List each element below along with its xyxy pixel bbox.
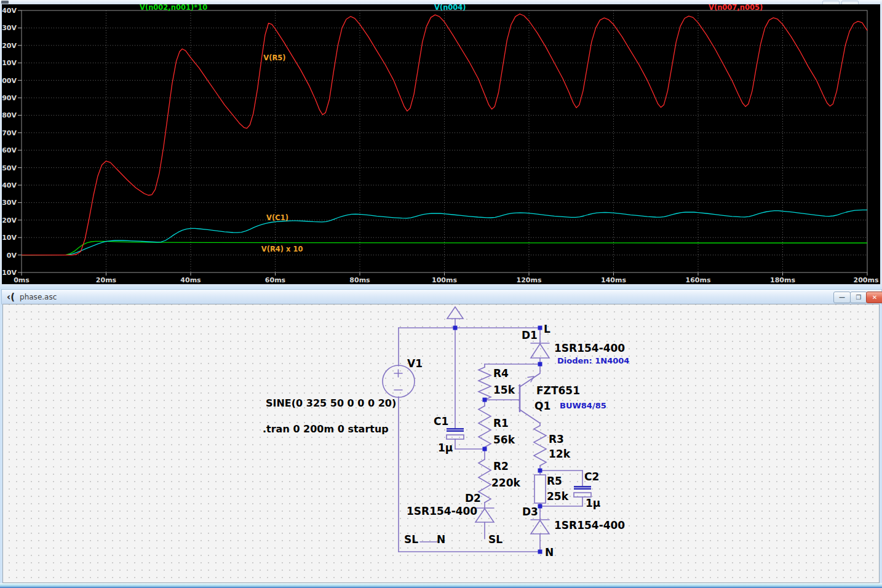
label-d2[interactable]: D2 xyxy=(465,492,481,504)
trace-label[interactable]: V(n004) xyxy=(434,4,466,12)
ltspice-app: 140V130V120V110V100V90V80V70V60V50V40V30… xyxy=(0,0,882,588)
x-tick-label: 140ms xyxy=(601,276,626,284)
y-tick-label: 70V xyxy=(2,129,17,137)
x-tick-label: 100ms xyxy=(432,276,457,284)
ltspice-schematic-icon: ‹( xyxy=(7,294,15,300)
trace-V(n002,n001)*10[interactable] xyxy=(22,241,867,255)
junction-node xyxy=(538,469,542,473)
x-tick-label: 120ms xyxy=(517,276,542,284)
waveform-window: 140V130V120V110V100V90V80V70V60V50V40V30… xyxy=(0,0,882,287)
x-tick-label: 180ms xyxy=(770,276,795,284)
y-tick-label: 10V xyxy=(2,234,17,242)
diode-symbol[interactable] xyxy=(475,509,494,522)
label-c1[interactable]: C1 xyxy=(434,415,448,427)
directive-tran[interactable]: .tran 0 200m 0 startup xyxy=(263,423,389,435)
plot-grid xyxy=(22,10,867,272)
x-tick-label: 160ms xyxy=(686,276,711,284)
plot-annotation[interactable]: V(R5) xyxy=(263,54,285,62)
y-tick-label: 80V xyxy=(2,111,17,119)
minimize-button[interactable]: — xyxy=(833,292,851,303)
junction-node xyxy=(453,326,458,330)
value-r5[interactable]: 25k xyxy=(547,490,568,503)
x-tick-label: 20ms xyxy=(96,276,117,284)
waveform-plot[interactable]: 140V130V120V110V100V90V80V70V60V50V40V30… xyxy=(2,4,880,284)
value-d1[interactable]: 1SR154-400 xyxy=(554,342,625,354)
directive-sine[interactable]: SINE(0 325 50 0 0 0 20) xyxy=(266,397,396,409)
y-tick-label: 90V xyxy=(2,94,17,102)
y-tick-label: 100V xyxy=(2,77,17,85)
label-d1[interactable]: D1 xyxy=(522,329,538,341)
y-tick-label: 0V xyxy=(7,252,17,260)
plot-annotation[interactable]: V(C1) xyxy=(266,213,288,222)
y-tick-label: 140V xyxy=(2,7,17,15)
y-tick-label: 30V xyxy=(2,199,17,207)
value-q1[interactable]: FZT651 xyxy=(536,384,580,397)
label-r2[interactable]: R2 xyxy=(493,460,509,472)
label-c2[interactable]: C2 xyxy=(584,471,599,483)
y-tick-label: 110V xyxy=(2,59,17,67)
junction-node xyxy=(483,447,487,451)
x-tick-label: 0ms xyxy=(14,276,30,284)
junction-node xyxy=(538,326,542,330)
node-label-l[interactable]: L xyxy=(544,323,550,335)
diode-symbol[interactable] xyxy=(531,344,549,358)
resistor-box-symbol[interactable] xyxy=(534,475,546,503)
app-icon xyxy=(1,1,9,4)
maximize-button[interactable]: ❒ xyxy=(850,292,867,303)
x-tick-label: 80ms xyxy=(349,276,370,284)
y-tick-label: 120V xyxy=(2,42,17,50)
plot-annotation[interactable]: V(R4) x 10 xyxy=(261,245,303,253)
plot-pane[interactable]: 140V130V120V110V100V90V80V70V60V50V40V30… xyxy=(2,4,880,284)
diode-symbol[interactable] xyxy=(531,520,549,534)
junction-node xyxy=(538,550,542,554)
value-r4[interactable]: 15k xyxy=(493,384,515,396)
node-label-n-left[interactable]: N xyxy=(437,533,445,546)
capacitor-plate-bottom[interactable] xyxy=(447,435,464,439)
label-q1[interactable]: Q1 xyxy=(534,400,550,412)
comment-buw[interactable]: BUW84/85 xyxy=(560,401,606,410)
value-d2[interactable]: 1SR154-400 xyxy=(407,505,477,517)
x-tick-label: 40ms xyxy=(180,276,201,284)
node-label-sl-left[interactable]: SL xyxy=(404,533,418,546)
value-r2[interactable]: 220k xyxy=(491,477,520,489)
flag-triangle-symbol[interactable] xyxy=(447,307,463,319)
value-c1[interactable]: 1µ xyxy=(438,442,453,454)
schematic-title: phase.asc xyxy=(20,293,57,301)
schematic-titlebar[interactable]: ‹( phase.asc — ❒ ✕ xyxy=(1,289,882,304)
junction-node xyxy=(538,362,542,367)
y-tick-label: 60V xyxy=(2,146,17,154)
node-label-sl-d2[interactable]: SL xyxy=(488,533,503,546)
label-r5[interactable]: R5 xyxy=(547,475,562,487)
label-r4[interactable]: R4 xyxy=(493,367,509,379)
label-v1[interactable]: V1 xyxy=(407,357,423,370)
resistor-symbol[interactable] xyxy=(479,367,491,400)
value-c2[interactable]: 1µ xyxy=(586,497,600,509)
label-r1[interactable]: R1 xyxy=(493,417,509,429)
close-button[interactable]: ✕ xyxy=(866,292,882,303)
window-bottom-border xyxy=(0,583,882,588)
node-label-n[interactable]: N xyxy=(545,546,554,558)
label-d3[interactable]: D3 xyxy=(522,506,538,518)
y-tick-label: 130V xyxy=(2,24,17,32)
x-tick-label: 200ms xyxy=(854,276,879,284)
comment-dioden[interactable]: Dioden: 1N4004 xyxy=(557,356,629,365)
resistor-symbol[interactable] xyxy=(534,426,546,466)
junction-node xyxy=(483,398,487,402)
trace-label[interactable]: V(n007,n005) xyxy=(709,4,763,12)
label-r3[interactable]: R3 xyxy=(549,433,564,445)
y-tick-label: 20V xyxy=(2,217,17,224)
value-r1[interactable]: 56k xyxy=(493,434,515,446)
junction-node xyxy=(538,504,542,509)
capacitor-plate-bottom[interactable] xyxy=(574,493,591,497)
y-tick-label: 40V xyxy=(2,181,17,189)
waveform-titlebar[interactable] xyxy=(0,0,882,4)
schematic-canvas[interactable]: V1SINE(0 325 50 0 0 0 20).tran 0 200m 0 … xyxy=(2,304,880,583)
value-r3[interactable]: 12k xyxy=(549,448,570,460)
trace-label[interactable]: V(n002,n001)*10 xyxy=(140,4,207,12)
axis-ticks xyxy=(18,10,867,276)
resistor-symbol[interactable] xyxy=(479,406,491,447)
value-d3[interactable]: 1SR154-400 xyxy=(554,519,625,531)
y-tick-label: 50V xyxy=(2,164,17,172)
transistor-emitter[interactable] xyxy=(520,364,540,387)
x-tick-label: 60ms xyxy=(265,276,286,284)
